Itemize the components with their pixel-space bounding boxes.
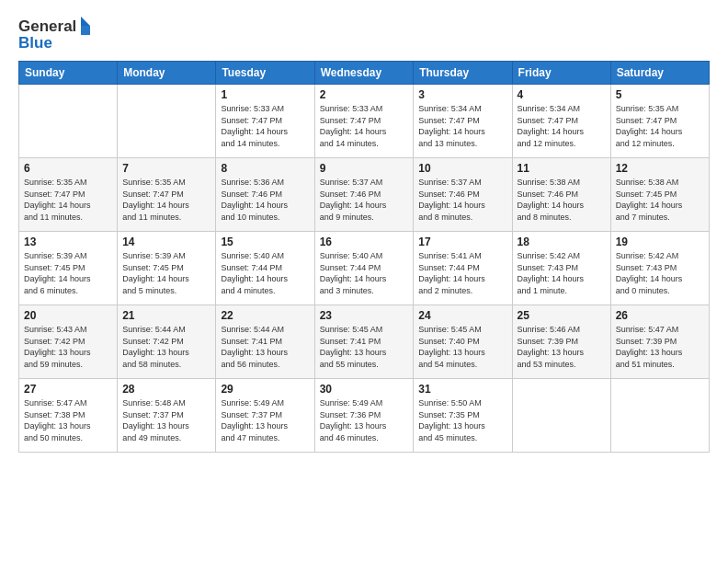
day-info: Sunrise: 5:45 AM Sunset: 7:41 PM Dayligh… <box>320 324 409 370</box>
day-number: 29 <box>221 383 309 396</box>
day-info: Sunrise: 5:37 AM Sunset: 7:46 PM Dayligh… <box>320 177 409 223</box>
calendar-cell: 2Sunrise: 5:33 AM Sunset: 7:47 PM Daylig… <box>314 85 414 158</box>
calendar-cell: 25Sunrise: 5:46 AM Sunset: 7:39 PM Dayli… <box>512 305 610 379</box>
calendar-cell: 28Sunrise: 5:48 AM Sunset: 7:37 PM Dayli… <box>118 379 216 453</box>
day-info: Sunrise: 5:41 AM Sunset: 7:44 PM Dayligh… <box>418 250 506 296</box>
week-row-4: 20Sunrise: 5:43 AM Sunset: 7:42 PM Dayli… <box>19 305 710 379</box>
week-row-5: 27Sunrise: 5:47 AM Sunset: 7:38 PM Dayli… <box>19 379 710 453</box>
day-info: Sunrise: 5:34 AM Sunset: 7:47 PM Dayligh… <box>518 103 606 149</box>
day-number: 16 <box>320 236 409 248</box>
day-number: 25 <box>518 309 606 322</box>
week-row-3: 13Sunrise: 5:39 AM Sunset: 7:45 PM Dayli… <box>19 232 710 305</box>
svg-marker-3 <box>81 26 90 35</box>
day-info: Sunrise: 5:50 AM Sunset: 7:35 PM Dayligh… <box>418 397 506 443</box>
day-info: Sunrise: 5:45 AM Sunset: 7:40 PM Dayligh… <box>418 324 506 370</box>
day-number: 13 <box>24 236 112 248</box>
day-number: 11 <box>518 162 606 175</box>
week-row-2: 6Sunrise: 5:35 AM Sunset: 7:47 PM Daylig… <box>19 158 710 232</box>
calendar-cell: 12Sunrise: 5:38 AM Sunset: 7:45 PM Dayli… <box>610 158 709 232</box>
day-number: 3 <box>418 88 506 101</box>
day-info: Sunrise: 5:43 AM Sunset: 7:42 PM Dayligh… <box>24 324 112 370</box>
weekday-thursday: Thursday <box>414 62 512 85</box>
day-info: Sunrise: 5:49 AM Sunset: 7:37 PM Dayligh… <box>221 397 309 443</box>
weekday-wednesday: Wednesday <box>314 62 414 85</box>
day-number: 12 <box>616 162 704 175</box>
day-number: 1 <box>221 88 309 101</box>
day-info: Sunrise: 5:44 AM Sunset: 7:42 PM Dayligh… <box>122 324 210 370</box>
day-number: 15 <box>221 236 309 248</box>
week-row-1: 1Sunrise: 5:33 AM Sunset: 7:47 PM Daylig… <box>19 85 710 158</box>
calendar-cell: 31Sunrise: 5:50 AM Sunset: 7:35 PM Dayli… <box>414 379 512 453</box>
calendar-cell: 17Sunrise: 5:41 AM Sunset: 7:44 PM Dayli… <box>414 232 512 305</box>
day-info: Sunrise: 5:42 AM Sunset: 7:43 PM Dayligh… <box>616 250 704 296</box>
day-number: 30 <box>320 383 409 396</box>
calendar-cell: 26Sunrise: 5:47 AM Sunset: 7:39 PM Dayli… <box>610 305 709 379</box>
day-info: Sunrise: 5:40 AM Sunset: 7:44 PM Dayligh… <box>221 250 309 296</box>
day-number: 8 <box>221 162 309 175</box>
day-number: 23 <box>320 309 409 322</box>
weekday-saturday: Saturday <box>610 62 709 85</box>
calendar-cell <box>610 379 709 453</box>
day-info: Sunrise: 5:44 AM Sunset: 7:41 PM Dayligh… <box>221 324 309 370</box>
day-number: 18 <box>518 236 606 248</box>
calendar-cell: 24Sunrise: 5:45 AM Sunset: 7:40 PM Dayli… <box>414 305 512 379</box>
day-info: Sunrise: 5:39 AM Sunset: 7:45 PM Dayligh… <box>122 250 210 296</box>
calendar-cell: 18Sunrise: 5:42 AM Sunset: 7:43 PM Dayli… <box>512 232 610 305</box>
calendar-cell: 5Sunrise: 5:35 AM Sunset: 7:47 PM Daylig… <box>610 85 709 158</box>
weekday-friday: Friday <box>512 62 610 85</box>
day-number: 28 <box>122 383 210 396</box>
day-info: Sunrise: 5:35 AM Sunset: 7:47 PM Dayligh… <box>616 103 704 149</box>
calendar-cell: 22Sunrise: 5:44 AM Sunset: 7:41 PM Dayli… <box>216 305 314 379</box>
calendar-cell: 3Sunrise: 5:34 AM Sunset: 7:47 PM Daylig… <box>414 85 512 158</box>
day-info: Sunrise: 5:34 AM Sunset: 7:47 PM Dayligh… <box>418 103 506 149</box>
calendar-cell: 14Sunrise: 5:39 AM Sunset: 7:45 PM Dayli… <box>118 232 216 305</box>
calendar-cell: 20Sunrise: 5:43 AM Sunset: 7:42 PM Dayli… <box>19 305 118 379</box>
day-number: 21 <box>122 309 210 322</box>
calendar-cell: 10Sunrise: 5:37 AM Sunset: 7:46 PM Dayli… <box>414 158 512 232</box>
calendar-cell: 6Sunrise: 5:35 AM Sunset: 7:47 PM Daylig… <box>19 158 118 232</box>
day-info: Sunrise: 5:42 AM Sunset: 7:43 PM Dayligh… <box>518 250 606 296</box>
day-info: Sunrise: 5:38 AM Sunset: 7:46 PM Dayligh… <box>518 177 606 223</box>
day-number: 9 <box>320 162 409 175</box>
calendar-cell: 21Sunrise: 5:44 AM Sunset: 7:42 PM Dayli… <box>118 305 216 379</box>
calendar-cell: 1Sunrise: 5:33 AM Sunset: 7:47 PM Daylig… <box>216 85 314 158</box>
day-info: Sunrise: 5:35 AM Sunset: 7:47 PM Dayligh… <box>122 177 210 223</box>
calendar-cell <box>512 379 610 453</box>
calendar-cell: 19Sunrise: 5:42 AM Sunset: 7:43 PM Dayli… <box>610 232 709 305</box>
calendar-cell: 9Sunrise: 5:37 AM Sunset: 7:46 PM Daylig… <box>314 158 414 232</box>
logo-svg: GeneralBlue <box>18 15 92 52</box>
calendar-cell: 29Sunrise: 5:49 AM Sunset: 7:37 PM Dayli… <box>216 379 314 453</box>
day-info: Sunrise: 5:49 AM Sunset: 7:36 PM Dayligh… <box>320 397 409 443</box>
calendar-cell: 30Sunrise: 5:49 AM Sunset: 7:36 PM Dayli… <box>314 379 414 453</box>
calendar-cell: 27Sunrise: 5:47 AM Sunset: 7:38 PM Dayli… <box>19 379 118 453</box>
weekday-monday: Monday <box>118 62 216 85</box>
day-number: 22 <box>221 309 309 322</box>
day-info: Sunrise: 5:40 AM Sunset: 7:44 PM Dayligh… <box>320 250 409 296</box>
svg-text:Blue: Blue <box>18 34 52 52</box>
day-info: Sunrise: 5:33 AM Sunset: 7:47 PM Dayligh… <box>320 103 409 149</box>
day-info: Sunrise: 5:37 AM Sunset: 7:46 PM Dayligh… <box>418 177 506 223</box>
day-info: Sunrise: 5:46 AM Sunset: 7:39 PM Dayligh… <box>518 324 606 370</box>
weekday-tuesday: Tuesday <box>216 62 314 85</box>
calendar-page: GeneralBlue SundayMondayTuesdayWednesday… <box>0 0 728 563</box>
day-number: 17 <box>418 236 506 248</box>
day-info: Sunrise: 5:38 AM Sunset: 7:45 PM Dayligh… <box>616 177 704 223</box>
svg-text:General: General <box>18 17 76 35</box>
calendar-cell <box>19 85 118 158</box>
day-info: Sunrise: 5:39 AM Sunset: 7:45 PM Dayligh… <box>24 250 112 296</box>
calendar-cell: 23Sunrise: 5:45 AM Sunset: 7:41 PM Dayli… <box>314 305 414 379</box>
weekday-header-row: SundayMondayTuesdayWednesdayThursdayFrid… <box>19 62 710 85</box>
calendar-cell: 8Sunrise: 5:36 AM Sunset: 7:46 PM Daylig… <box>216 158 314 232</box>
day-info: Sunrise: 5:47 AM Sunset: 7:39 PM Dayligh… <box>616 324 704 370</box>
svg-marker-2 <box>81 17 90 26</box>
calendar-cell: 7Sunrise: 5:35 AM Sunset: 7:47 PM Daylig… <box>118 158 216 232</box>
day-info: Sunrise: 5:33 AM Sunset: 7:47 PM Dayligh… <box>221 103 309 149</box>
day-number: 14 <box>122 236 210 248</box>
day-info: Sunrise: 5:36 AM Sunset: 7:46 PM Dayligh… <box>221 177 309 223</box>
day-number: 5 <box>616 88 704 101</box>
calendar-cell: 16Sunrise: 5:40 AM Sunset: 7:44 PM Dayli… <box>314 232 414 305</box>
calendar-cell: 13Sunrise: 5:39 AM Sunset: 7:45 PM Dayli… <box>19 232 118 305</box>
calendar-cell: 11Sunrise: 5:38 AM Sunset: 7:46 PM Dayli… <box>512 158 610 232</box>
day-info: Sunrise: 5:48 AM Sunset: 7:37 PM Dayligh… <box>122 397 210 443</box>
day-number: 7 <box>122 162 210 175</box>
